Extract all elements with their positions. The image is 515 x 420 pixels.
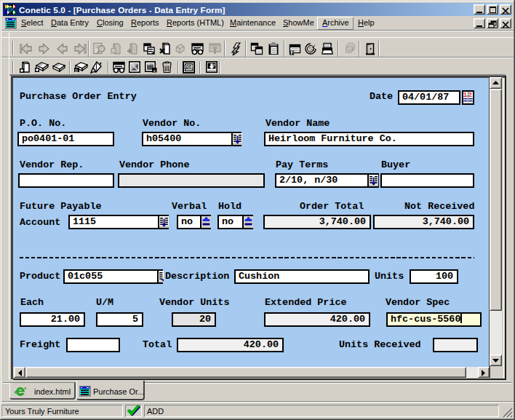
svg-text:2: 2 [468, 92, 472, 98]
svg-text:F: F [291, 50, 294, 55]
svg-text:s: s [153, 68, 156, 73]
svg-text:PDF: PDF [185, 65, 193, 69]
svg-text:u: u [113, 49, 115, 53]
svg-text:1: 1 [463, 92, 467, 98]
svg-text:p: p [75, 68, 78, 74]
